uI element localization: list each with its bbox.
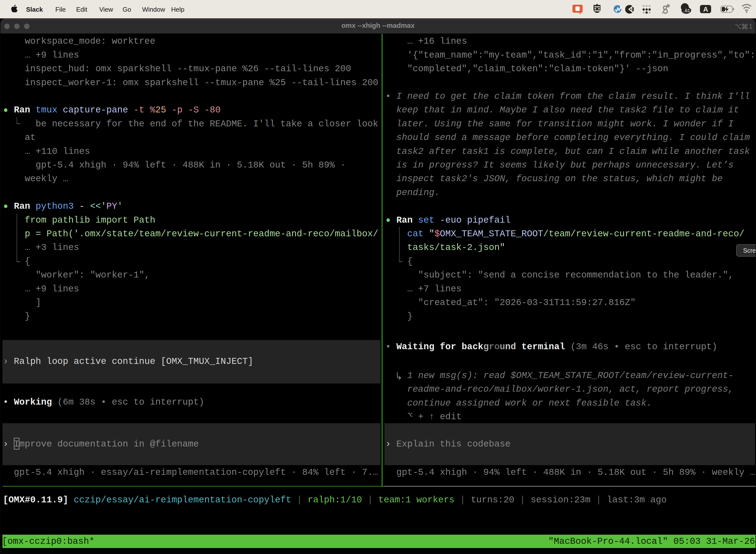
- svg-text:A: A: [703, 5, 708, 13]
- svg-text:1: 1: [749, 23, 752, 30]
- svg-text:..61: ..61: [683, 8, 690, 13]
